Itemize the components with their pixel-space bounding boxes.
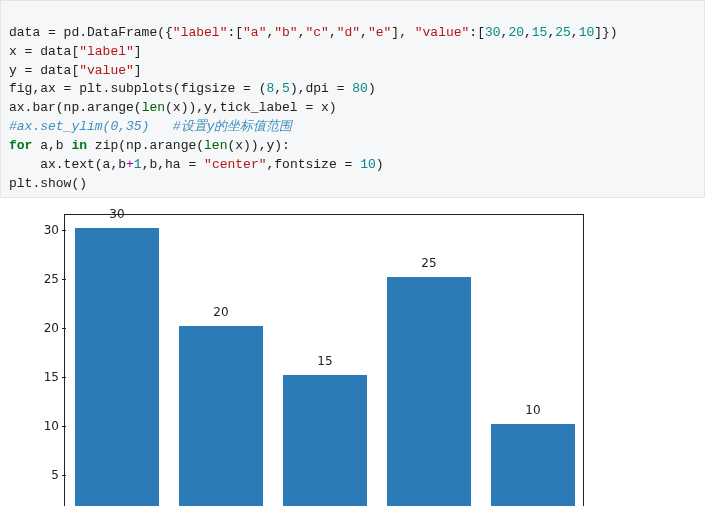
ytick: 10 <box>44 419 65 433</box>
ytick: 15 <box>44 370 65 384</box>
bar <box>179 326 262 506</box>
code-line-5: ax.bar(np.arange(len(x)),y,tick_label = … <box>9 100 337 115</box>
chart-axes: 05101520253030a20b15c25d10e <box>64 214 584 506</box>
bar-value-label: 25 <box>399 256 459 270</box>
code-line-8: ax.text(a,b+1,b,ha = "center",fontsize =… <box>9 157 384 172</box>
bar-value-label: 15 <box>295 354 355 368</box>
bar-value-label: 30 <box>87 207 147 221</box>
code-line-6: #ax.set_ylim(0,35) #设置y的坐标值范围 <box>9 119 292 134</box>
code-line-3: y = data["value"] <box>9 63 142 78</box>
bar <box>491 424 574 506</box>
ytick: 20 <box>44 321 65 335</box>
bar <box>387 277 470 506</box>
bar-value-label: 20 <box>191 305 251 319</box>
bar-value-label: 10 <box>503 403 563 417</box>
bar <box>75 228 158 506</box>
code-line-4: fig,ax = plt.subplots(figsize = (8,5),dp… <box>9 81 376 96</box>
ytick: 25 <box>44 272 65 286</box>
code-line-1: data = pd.DataFrame({"label":["a","b","c… <box>9 25 618 40</box>
chart: 05101520253030a20b15c25d10e https://blog… <box>6 204 646 506</box>
code-line-7: for a,b in zip(np.arange(len(x)),y): <box>9 138 290 153</box>
code-line-9: plt.show() <box>9 176 87 191</box>
ytick: 30 <box>44 223 65 237</box>
bar <box>283 375 366 506</box>
code-line-2: x = data["label"] <box>9 44 142 59</box>
code-block: data = pd.DataFrame({"label":["a","b","c… <box>0 0 705 198</box>
ytick: 5 <box>51 468 65 482</box>
